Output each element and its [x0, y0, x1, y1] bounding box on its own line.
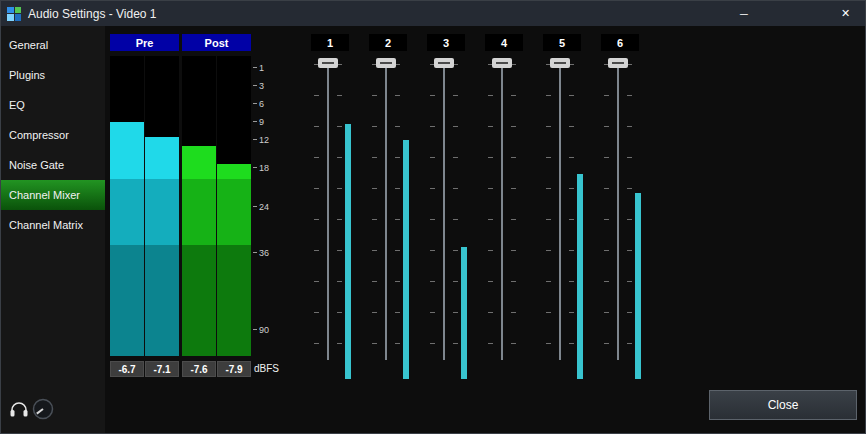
tick-marks	[372, 64, 377, 356]
channel-4-label: 4	[485, 34, 523, 51]
channel-2-slider-handle[interactable]	[376, 58, 396, 68]
channel-2-slider[interactable]	[359, 58, 417, 380]
channel-5-slider[interactable]	[533, 58, 591, 380]
channel-3: 3	[417, 34, 475, 380]
post-right-dbfs-value: -7.9	[217, 361, 251, 377]
scale-label: 6	[253, 99, 264, 109]
channel-4-slider-handle[interactable]	[492, 58, 512, 68]
tick-marks	[337, 64, 342, 356]
pre-meter-left-level	[110, 56, 144, 122]
headphone-volume-knob[interactable]	[32, 398, 54, 424]
channel-5-meter-fill	[577, 174, 583, 379]
titlebar[interactable]: Audio Settings - Video 1 ─ ✕	[1, 1, 865, 26]
dbfs-unit-label: dBFS	[254, 363, 279, 374]
pre-meter-left	[110, 56, 144, 356]
post-meter-header: Post	[182, 34, 251, 51]
channel-1-slider[interactable]	[301, 58, 359, 380]
channel-3-slider[interactable]	[417, 58, 475, 380]
channel-5-meter	[577, 64, 583, 379]
sidebar-item-noise-gate[interactable]: Noise Gate	[1, 150, 105, 180]
tick-marks	[395, 64, 400, 356]
channel-2-slider-track	[385, 64, 387, 360]
headphones-icon[interactable]	[9, 400, 29, 422]
post-meter-left-level	[182, 56, 216, 146]
channel-2-meter-fill	[403, 140, 409, 379]
channel-1-label: 1	[311, 34, 349, 51]
scale-label: 3	[253, 81, 264, 91]
channel-1-meter-fill	[345, 124, 351, 379]
minimize-button[interactable]: ─	[722, 1, 766, 26]
tick-marks	[511, 64, 516, 356]
channel-mixer-panel: Pre Post 1 3 6 9 12 18 24 36	[105, 26, 865, 433]
tick-marks	[569, 64, 574, 356]
sidebar-item-eq[interactable]: EQ	[1, 90, 105, 120]
channel-5-label: 5	[543, 34, 581, 51]
post-meter-right-level	[217, 56, 251, 164]
scale-label: 1	[253, 63, 264, 73]
sidebar-item-general[interactable]: General	[1, 30, 105, 60]
window-title: Audio Settings - Video 1	[28, 7, 722, 21]
channel-1-slider-handle[interactable]	[318, 58, 338, 68]
channel-3-meter	[461, 64, 467, 379]
scale-label: 18	[253, 163, 269, 173]
pre-right-dbfs-value: -7.1	[145, 361, 179, 377]
channel-1: 1	[301, 34, 359, 380]
tick-marks	[453, 64, 458, 356]
channel-3-meter-fill	[461, 247, 467, 379]
channel-6-slider[interactable]	[591, 58, 649, 380]
scale-label: 36	[253, 248, 269, 258]
tick-marks	[314, 64, 319, 356]
app-icon	[7, 7, 21, 21]
channel-6: 6	[591, 34, 649, 380]
tick-marks	[430, 64, 435, 356]
titlebar-spacer	[766, 1, 826, 26]
settings-sidebar: General Plugins EQ Compressor Noise Gate…	[1, 26, 105, 433]
close-button[interactable]: Close	[709, 390, 857, 420]
channel-4: 4	[475, 34, 533, 380]
post-meter-left	[182, 56, 216, 356]
channel-6-slider-handle[interactable]	[608, 58, 628, 68]
channel-2: 2	[359, 34, 417, 380]
tick-marks	[546, 64, 551, 356]
sidebar-item-plugins[interactable]: Plugins	[1, 60, 105, 90]
pre-meter-right	[145, 56, 179, 356]
channel-4-slider-track	[501, 64, 503, 360]
channel-5-slider-handle[interactable]	[550, 58, 570, 68]
channel-3-slider-track	[443, 64, 445, 360]
meter-db-scale: 1 3 6 9 12 18 24 36 90	[253, 56, 279, 356]
tick-marks	[627, 64, 632, 356]
scale-label: 9	[253, 117, 264, 127]
scale-label: 90	[253, 325, 269, 335]
channel-sliders: 1 2	[301, 34, 649, 380]
channel-5: 5	[533, 34, 591, 380]
scale-label: 12	[253, 135, 269, 145]
pre-meter-right-level	[145, 56, 179, 137]
channel-4-meter	[519, 64, 525, 379]
prepost-meters: Pre Post 1 3 6 9 12 18 24 36	[110, 34, 295, 384]
channel-4-slider[interactable]	[475, 58, 533, 380]
channel-2-label: 2	[369, 34, 407, 51]
channel-1-slider-track	[327, 64, 329, 360]
sidebar-item-channel-mixer[interactable]: Channel Mixer	[1, 180, 105, 210]
sidebar-item-channel-matrix[interactable]: Channel Matrix	[1, 210, 105, 240]
close-window-button[interactable]: ✕	[826, 1, 865, 26]
channel-1-meter	[345, 64, 351, 379]
post-meter-right	[217, 56, 251, 356]
post-left-dbfs-value: -7.6	[182, 361, 216, 377]
pre-meter-header: Pre	[110, 34, 179, 51]
channel-3-label: 3	[427, 34, 465, 51]
channel-6-meter	[635, 64, 641, 379]
audio-settings-window: Audio Settings - Video 1 ─ ✕ General Plu…	[0, 0, 866, 434]
channel-6-label: 6	[601, 34, 639, 51]
tick-marks	[488, 64, 493, 356]
tick-marks	[604, 64, 609, 356]
channel-2-meter	[403, 64, 409, 379]
pre-left-dbfs-value: -6.7	[110, 361, 144, 377]
channel-6-slider-track	[617, 64, 619, 360]
channel-5-slider-track	[559, 64, 561, 360]
sidebar-item-compressor[interactable]: Compressor	[1, 120, 105, 150]
channel-6-meter-fill	[635, 193, 641, 379]
scale-label: 24	[253, 202, 269, 212]
channel-3-slider-handle[interactable]	[434, 58, 454, 68]
